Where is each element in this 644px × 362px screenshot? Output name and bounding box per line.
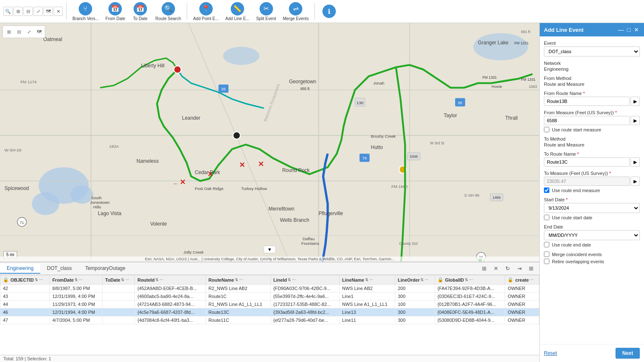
table-export-btn[interactable]: ⇥ — [514, 264, 524, 274]
tab-engineering[interactable]: Engineering — [0, 264, 40, 274]
map-info-widget: ⊞ ⊟ ⤢ 🗺 — [3, 26, 45, 38]
more-icon-create[interactable]: ⋯ — [530, 278, 533, 282]
svg-text:Jonah: Jonah — [373, 81, 384, 85]
map-widget-icon-3[interactable]: ⤢ — [24, 27, 33, 36]
col-routeid[interactable]: RouteId ⇅ ⋯ — [135, 275, 206, 285]
cell-globalid: {03D6EC3D-61E7-424C-9... — [435, 293, 505, 300]
reset-button[interactable]: Reset — [544, 350, 557, 356]
panel-close-btn[interactable]: ✕ — [633, 26, 640, 33]
merge-events-button[interactable]: ⇌ Merge Events — [280, 0, 311, 23]
col-todate[interactable]: ToDate ⇅ ⋯ — [103, 275, 135, 285]
sort-icon-objectid[interactable]: ⇅ — [35, 278, 38, 282]
use-route-end-measure-row: Use route end measure — [544, 187, 640, 193]
route-search-button[interactable]: 🔍 Route Search — [153, 0, 183, 23]
info-button[interactable]: ℹ — [318, 3, 340, 20]
close-small-btn[interactable]: ✕ — [54, 7, 63, 16]
sort-icon-linename[interactable]: ⇅ — [365, 278, 368, 282]
retire-overlapping-checkbox[interactable] — [544, 259, 549, 264]
more-icon-lineid[interactable]: ⋯ — [292, 278, 296, 282]
more-icon-objectid[interactable]: ⋯ — [39, 278, 43, 282]
tab-dot-class[interactable]: DOT_class — [40, 264, 78, 274]
add-point-event-button[interactable]: 📍 Add Point E... — [191, 0, 221, 23]
map-container[interactable]: 35 95 79 130 ✕ ✕ — [0, 23, 539, 262]
tab-temporary-outage[interactable]: TemporaryOutage — [78, 264, 132, 274]
more-icon-lineorder[interactable]: ⋯ — [425, 278, 428, 282]
map-small-btn[interactable]: 🗺 — [44, 7, 53, 16]
add-point-event-label: Add Point E... — [193, 16, 219, 21]
map-widget-icon-1[interactable]: ⊞ — [4, 27, 13, 36]
to-route-name-label: To Route Name — [544, 151, 640, 157]
use-route-end-measure-checkbox[interactable] — [544, 187, 549, 193]
sort-icon-fromdate[interactable]: ⇅ — [75, 278, 78, 282]
table-filter-btn[interactable]: ⊞ — [479, 264, 489, 274]
table-row[interactable]: 43 12/31/1999, 4:00 PM {4600abc5-ba90-4e… — [0, 293, 539, 300]
from-route-name-map-btn[interactable]: ▶ — [631, 97, 640, 106]
add-line-event-button[interactable]: 📏 Add Line E... — [223, 0, 252, 23]
sort-icon-lineid[interactable]: ⇅ — [288, 278, 291, 282]
sort-icon-routename[interactable]: ⇅ — [235, 278, 238, 282]
map-widget-icon-2[interactable]: ⊟ — [14, 27, 23, 36]
cell-objectid: 47 — [0, 316, 50, 324]
table-row[interactable]: 42 8/8/1987, 5:00 PM {452A9ABD-E0EF-4CEB… — [0, 285, 539, 293]
event-select[interactable]: DOT_class — [544, 46, 640, 56]
use-route-start-measure-checkbox[interactable] — [544, 127, 549, 132]
to-date-button[interactable]: 📅 To Date — [129, 0, 151, 23]
sort-icon-globalid[interactable]: ⇅ — [465, 278, 468, 282]
map-collapse-button[interactable]: ▼ — [264, 246, 276, 253]
col-linename[interactable]: LineName ⇅ ⋯ — [340, 275, 395, 285]
to-measure-input[interactable] — [544, 177, 630, 186]
from-date-button[interactable]: 📅 From Date — [103, 0, 128, 23]
resize-small-btn[interactable]: ⤢ — [33, 7, 43, 16]
more-icon-globalid[interactable]: ⋯ — [469, 278, 473, 282]
from-route-name-input[interactable] — [544, 97, 630, 106]
split-event-button[interactable]: ✂ Split Event — [254, 0, 279, 23]
panel-minimize-btn[interactable]: — — [617, 26, 625, 33]
table-row[interactable]: 47 4/7/2004, 5:00 PM {4d7084c8-6cf4-40f1… — [0, 316, 539, 324]
next-button[interactable]: Next — [616, 348, 640, 359]
to-route-name-map-btn[interactable]: ▶ — [631, 157, 640, 167]
col-globalid[interactable]: 🔒 GlobalID ⇅ ⋯ — [435, 275, 505, 285]
table-panel: Engineering DOT_class TemporaryOutage ⊞ … — [0, 262, 539, 362]
from-measure-map-btn[interactable]: ▶ — [631, 116, 640, 125]
svg-text:S SH 95: S SH 95 — [464, 193, 480, 198]
use-route-end-date-row: Use route end date — [544, 242, 640, 247]
search-small-btn[interactable]: 🔍 — [3, 7, 13, 16]
more-icon-linename[interactable]: ⋯ — [369, 278, 373, 282]
split-event-label: Split Event — [256, 16, 276, 21]
svg-text:1466: 1466 — [492, 195, 500, 200]
col-objectid[interactable]: 🔒 OBJECTID ⇅ ⋯ — [0, 275, 50, 285]
table-row[interactable]: 46 12/31/1994, 4:00 PM {4c5e79a6-6687-42… — [0, 308, 539, 316]
col-fromdate[interactable]: FromDate ⇅ ⋯ — [49, 275, 102, 285]
end-date-select[interactable]: MM/DD/YYYY — [544, 230, 640, 240]
table-small-btn[interactable]: ⊞ — [13, 7, 23, 16]
sort-icon-lineorder[interactable]: ⇅ — [420, 278, 424, 282]
start-date-select[interactable]: 9/13/2024 — [544, 203, 640, 213]
sort-icon-todate[interactable]: ⇅ — [121, 278, 124, 282]
merge-coincident-checkbox[interactable] — [544, 252, 549, 257]
cell-routename: Route11C — [206, 316, 270, 324]
sort-icon-routeid[interactable]: ⇅ — [155, 278, 159, 282]
map-widget-icon-4[interactable]: 🗺 — [34, 27, 44, 36]
more-icon-fromdate[interactable]: ⋯ — [79, 278, 82, 282]
use-route-end-date-checkbox[interactable] — [544, 242, 549, 247]
col-lineid[interactable]: LineId ⇅ ⋯ — [270, 275, 339, 285]
col-routename[interactable]: RouteName ⇅ ⋯ — [206, 275, 270, 285]
grid-small-btn[interactable]: ⊟ — [23, 7, 33, 16]
to-route-name-input[interactable] — [544, 157, 630, 167]
more-icon-routename[interactable]: ⋯ — [239, 278, 243, 282]
to-measure-map-btn[interactable]: ▶ — [631, 177, 640, 186]
table-clear-btn[interactable]: ✕ — [491, 264, 501, 274]
from-measure-input[interactable] — [544, 116, 630, 125]
svg-text:FM 1331: FM 1331 — [521, 77, 536, 82]
table-refresh-btn[interactable]: ↻ — [502, 264, 513, 274]
branch-versions-button[interactable]: ⑂ Branch Vers... — [70, 0, 101, 23]
more-icon-todate[interactable]: ⋯ — [125, 278, 129, 282]
table-row[interactable]: 44 11/29/1973, 4:00 PM {47214AB3-6882-48… — [0, 300, 539, 308]
panel-maximize-btn[interactable]: □ — [626, 26, 631, 33]
col-lineorder[interactable]: LineOrder ⇅ ⋯ — [395, 275, 435, 285]
col-create[interactable]: 🔒 create ⋯ — [505, 275, 539, 285]
use-route-start-date-checkbox[interactable] — [544, 215, 549, 220]
table-grid-btn[interactable]: ⊞ — [526, 264, 536, 274]
more-icon-routeid[interactable]: ⋯ — [160, 278, 163, 282]
table-wrapper[interactable]: 🔒 OBJECTID ⇅ ⋯ FromDate ⇅ ⋯ ToDate ⇅ — [0, 275, 539, 355]
